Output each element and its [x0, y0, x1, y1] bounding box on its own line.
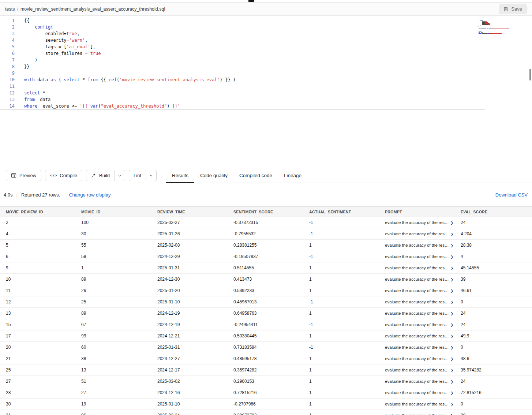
code-line[interactable]: 9: [0, 70, 532, 76]
table-cell: 67: [75, 322, 151, 327]
breadcrumb-separator: /: [17, 7, 18, 12]
table-cell: 2024-12-16: [151, 390, 228, 395]
tab-compiled-code[interactable]: Compiled code: [233, 168, 278, 183]
topbar: tests / movie_review_sentiment_analysis_…: [0, 3, 532, 16]
prompt-text: evaluate the accuracy of the res…: [385, 300, 449, 304]
table-cell: 25: [75, 299, 151, 304]
table-cell: 100: [75, 220, 151, 225]
expand-prompt-icon[interactable]: ❯: [451, 391, 454, 395]
minimap-line: [479, 22, 522, 23]
code-line[interactable]: 8}}: [0, 63, 532, 70]
lint-button[interactable]: Lint: [129, 170, 146, 181]
lint-button-group: Lint: [129, 170, 157, 181]
table-cell: 17: [0, 333, 75, 339]
expand-prompt-icon[interactable]: ❯: [451, 300, 454, 304]
lint-dropdown-button[interactable]: [146, 170, 156, 181]
prompt-text: evaluate the accuracy of the res…: [385, 277, 449, 281]
expand-prompt-icon[interactable]: ❯: [451, 357, 454, 361]
code-line[interactable]: 13from data: [0, 96, 532, 103]
table-cell: 9: [0, 265, 75, 270]
line-number: 2: [0, 24, 15, 30]
download-csv-link[interactable]: Download CSV: [495, 192, 528, 198]
build-button[interactable]: Build: [86, 170, 114, 181]
expand-prompt-icon[interactable]: ❯: [451, 312, 454, 315]
table-cell: 4: [0, 231, 75, 236]
column-header: MOVIE_REVIEW_ID: [0, 210, 75, 214]
breadcrumb-folder[interactable]: tests: [5, 7, 15, 12]
preview-button-label: Preview: [19, 173, 36, 178]
table-cell: 2025-02-27: [151, 220, 228, 225]
code-line[interactable]: 7 ): [0, 57, 532, 63]
expand-prompt-icon[interactable]: ❯: [451, 323, 454, 327]
table-cell: 2024-12-19: [151, 311, 228, 316]
prompt-cell: evaluate the accuracy of the res…❯: [379, 401, 455, 407]
code-line[interactable]: 11: [0, 83, 532, 90]
code-text: tags = ['ai_eval'],: [24, 44, 95, 50]
save-button[interactable]: Save: [499, 4, 527, 14]
table-cell: 10: [0, 277, 75, 282]
prompt-text: evaluate the accuracy of the res…: [385, 232, 449, 236]
table-row: 27512025-03-020.29601531evaluate the acc…: [0, 376, 532, 387]
compile-button-label: Compile: [60, 173, 77, 178]
editor-scrollbar[interactable]: [529, 69, 531, 81]
table-cell: 2025-01-10: [151, 299, 228, 304]
code-line[interactable]: 1{{: [0, 17, 532, 24]
expand-prompt-icon[interactable]: ❯: [451, 221, 454, 225]
prompt-cell: evaluate the accuracy of the res…❯: [379, 299, 455, 304]
table-cell: 2: [0, 220, 75, 225]
prompt-text: evaluate the accuracy of the res…: [385, 379, 449, 384]
code-text: enabled=true,: [24, 30, 80, 37]
compile-button[interactable]: </> Compile: [45, 170, 82, 181]
prompt-text: evaluate the accuracy of the res…: [385, 345, 449, 349]
expand-prompt-icon[interactable]: ❯: [451, 255, 454, 259]
expand-prompt-icon[interactable]: ❯: [451, 244, 454, 247]
expand-prompt-icon[interactable]: ❯: [451, 369, 454, 372]
table-cell: 55: [75, 243, 151, 248]
table-cell: 2025-02-08: [151, 243, 228, 248]
prompt-cell: evaluate the accuracy of the res…❯: [379, 356, 455, 361]
expand-prompt-icon[interactable]: ❯: [451, 232, 454, 236]
expand-prompt-icon[interactable]: ❯: [451, 334, 454, 338]
eval-score-cell: 72.815216: [455, 390, 532, 395]
code-line[interactable]: 6 store_failures = true: [0, 50, 532, 57]
code-text: from data: [24, 96, 50, 103]
code-line[interactable]: 10with data as ( select * from {{ ref('m…: [0, 76, 532, 83]
code-line[interactable]: 5 tags = ['ai_eval'],: [0, 44, 532, 50]
column-header: REVIEW_TIME: [151, 210, 228, 214]
table-cell: 28: [0, 390, 75, 395]
table-cell: 27: [75, 390, 151, 395]
code-text: }}: [24, 63, 29, 70]
prompt-cell: evaluate the accuracy of the res…❯: [379, 367, 455, 373]
build-button-group: Build: [86, 170, 125, 181]
code-editor[interactable]: 1{{2 config(3 enabled=true,4 severity='w…: [0, 16, 532, 168]
tab-code-quality[interactable]: Code quality: [194, 168, 233, 183]
expand-prompt-icon[interactable]: ❯: [451, 278, 454, 281]
table-header-row: MOVIE_REVIEW_IDMOVIE_IDREVIEW_TIMESENTIM…: [0, 206, 532, 217]
code-line[interactable]: 2 config(: [0, 24, 532, 30]
table-cell: 0.50380445: [228, 333, 303, 339]
table-cell: -1: [303, 322, 379, 327]
table-cell: 1: [303, 277, 379, 282]
table-cell: 25: [0, 367, 75, 373]
breadcrumb-file: movie_review_sentiment_analysis_eval_ass…: [20, 7, 165, 12]
preview-button[interactable]: Preview: [6, 170, 41, 181]
tab-lineage[interactable]: Lineage: [278, 168, 307, 183]
breadcrumb: tests / movie_review_sentiment_analysis_…: [5, 7, 165, 12]
eval-score-cell: 0: [455, 299, 532, 304]
expand-prompt-icon[interactable]: ❯: [451, 266, 454, 270]
expand-prompt-icon[interactable]: ❯: [451, 380, 454, 384]
change-row-display-link[interactable]: Change row display: [69, 192, 110, 198]
code-line[interactable]: 3 enabled=true,: [0, 30, 532, 37]
code-line[interactable]: 12select *: [0, 90, 532, 96]
table-cell: 51: [75, 379, 151, 384]
table-cell: 2025-01-10: [151, 401, 228, 407]
code-line[interactable]: 4 severity='warn',: [0, 37, 532, 44]
expand-prompt-icon[interactable]: ❯: [451, 289, 454, 293]
line-number: 14: [0, 103, 15, 109]
build-dropdown-button[interactable]: [114, 170, 125, 181]
minimap[interactable]: [479, 19, 522, 34]
code-line[interactable]: 14where eval_score <= '{{ var("eval_accu…: [0, 103, 485, 109]
expand-prompt-icon[interactable]: ❯: [451, 346, 454, 349]
expand-prompt-icon[interactable]: ❯: [451, 403, 454, 406]
tab-results[interactable]: Results: [166, 168, 194, 183]
